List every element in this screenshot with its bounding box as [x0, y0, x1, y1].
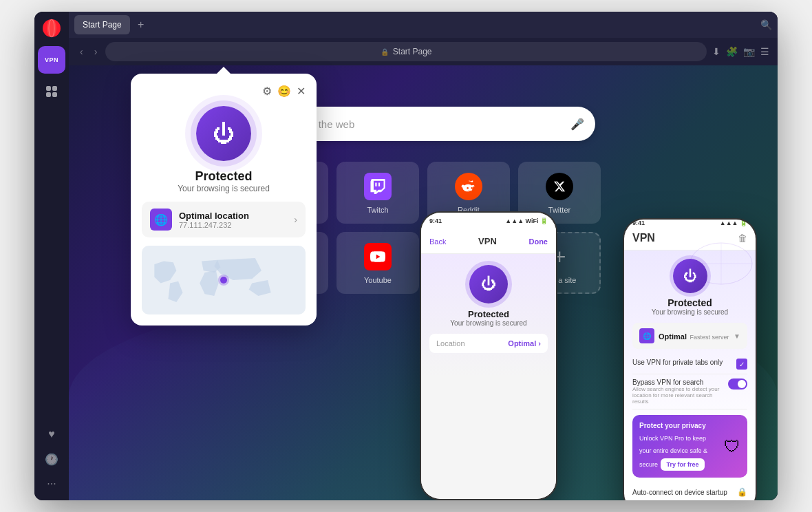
menu-icon[interactable]: ☰	[760, 46, 769, 57]
phone-left-content: ⏻ Protected Your browsing is secured Loc…	[421, 254, 556, 499]
address-bar: ‹ › 🔒 Start Page ⬇ 🧩 📷 ☰	[69, 38, 778, 65]
twitter-icon	[544, 171, 575, 202]
sidebar-history-icon[interactable]: 🕐	[42, 449, 61, 469]
sidebar-more-icon[interactable]: ···	[42, 474, 61, 493]
search-mic-icon[interactable]: 🎤	[570, 118, 584, 131]
dial-youtube[interactable]: Youtube	[336, 232, 419, 294]
pr-server-info: 🌐 Optimal Fastest server	[639, 328, 729, 343]
sidebar: VPN ♥ 🕐 ···	[34, 12, 69, 500]
pr-promo-icon: 🛡	[724, 437, 740, 456]
pr-lock-row-1[interactable]: Auto-connect on device startup 🔒	[632, 483, 747, 500]
forward-button[interactable]: ›	[92, 43, 100, 60]
sidebar-favorites-icon[interactable]: ♥	[42, 425, 61, 444]
vpn-settings-button[interactable]: ⚙	[262, 85, 272, 98]
svg-rect-3	[46, 86, 51, 91]
phone-left-power-icon: ⏻	[481, 275, 496, 293]
vpn-close-button[interactable]: ✕	[297, 85, 306, 98]
vpn-power-button[interactable]: ⏻	[196, 106, 251, 161]
svg-rect-4	[52, 86, 57, 91]
extensions-icon[interactable]: 🧩	[726, 46, 738, 57]
phone-left: 9:41 ▲▲▲ WiFi 🔋 Back VPN Done ⏻ Protecte…	[420, 211, 557, 500]
pr-toggle-bypass-vpn[interactable]: Bypass VPN for search Allow search engin…	[632, 374, 747, 409]
address-actions: ⬇ 🧩 📷 ☰	[712, 46, 769, 57]
pr-promo-card[interactable]: Protect your privacy Unlock VPN Pro to k…	[632, 415, 747, 478]
reddit-icon	[453, 171, 484, 202]
vpn-location-info: Optimal location 77.111.247.232	[179, 211, 287, 229]
vpn-location-selector[interactable]: 🌐 Optimal location 77.111.247.232 ›	[142, 202, 306, 237]
tab-bar: Start Page + 🔍	[69, 12, 778, 38]
phone-left-location-row[interactable]: Location Optimal ›	[429, 334, 548, 353]
download-icon[interactable]: ⬇	[712, 46, 720, 57]
tab-start-page[interactable]: Start Page	[74, 15, 130, 34]
pr-server-details: Optimal Fastest server	[659, 330, 729, 342]
vpn-status: Protected Your browsing is secured	[142, 169, 306, 193]
search-icon[interactable]: 🔍	[760, 19, 772, 30]
twitch-icon	[363, 171, 393, 202]
pr-status-bar: 9:41 ▲▲▲ 🔋	[624, 220, 756, 226]
phone-right-screen: 9:41 ▲▲▲ 🔋 VPN 🗑	[624, 220, 756, 500]
sidebar-icon-extensions[interactable]	[42, 82, 61, 101]
phone-left-power-btn[interactable]: ⏻	[469, 265, 508, 303]
svg-rect-6	[52, 92, 57, 97]
vpn-popup-arrow	[217, 67, 231, 74]
pr-promo-text-area: Protect your privacy Unlock VPN Pro to k…	[639, 422, 718, 471]
dial-twitch[interactable]: Twitch	[336, 162, 419, 224]
new-tab-button[interactable]: +	[133, 17, 149, 33]
pr-lock-icon-1: 🔒	[737, 487, 747, 497]
pr-content: ⏻ Protected Your browsing is secured 🌐 O…	[624, 250, 756, 500]
vpn-popup: ⚙ 😊 ✕ ⏻ Protected Your browsing is secur…	[131, 74, 317, 326]
pr-toggle-private-tabs[interactable]: Use VPN for private tabs only ✓	[632, 354, 747, 374]
vpn-emoji-button[interactable]: 😊	[277, 85, 291, 98]
pr-globe-icon: 🌐	[639, 328, 654, 343]
back-button[interactable]: ‹	[77, 43, 86, 60]
pr-checkbox[interactable]: ✓	[736, 359, 747, 370]
vpn-globe-icon: 🌐	[150, 209, 172, 231]
camera-icon[interactable]: 📷	[743, 46, 755, 57]
opera-logo[interactable]	[42, 19, 61, 38]
svg-point-1	[47, 19, 56, 37]
pr-chevron-down-icon: ▼	[734, 332, 740, 340]
pr-server-row[interactable]: 🌐 Optimal Fastest server ▼	[632, 323, 747, 349]
phone-right: 9:41 ▲▲▲ 🔋 VPN 🗑	[623, 218, 757, 500]
vpn-button[interactable]: VPN	[38, 46, 65, 74]
vpn-map	[142, 246, 306, 314]
svg-rect-5	[46, 92, 51, 97]
phone-left-status-bar: 9:41 ▲▲▲ WiFi 🔋	[421, 213, 556, 229]
phone-left-screen: 9:41 ▲▲▲ WiFi 🔋 Back VPN Done ⏻ Protecte…	[421, 213, 556, 499]
vpn-power-icon: ⏻	[213, 121, 235, 147]
address-field[interactable]: 🔒 Start Page	[105, 42, 707, 61]
lock-icon: 🔒	[381, 48, 389, 56]
pr-toggle-switch[interactable]	[728, 378, 747, 390]
vpn-popup-header: ⚙ 😊 ✕	[142, 85, 306, 98]
youtube-icon	[363, 242, 393, 272]
phone-left-nav: Back VPN Done	[421, 229, 556, 254]
vpn-chevron-icon: ›	[294, 214, 297, 225]
